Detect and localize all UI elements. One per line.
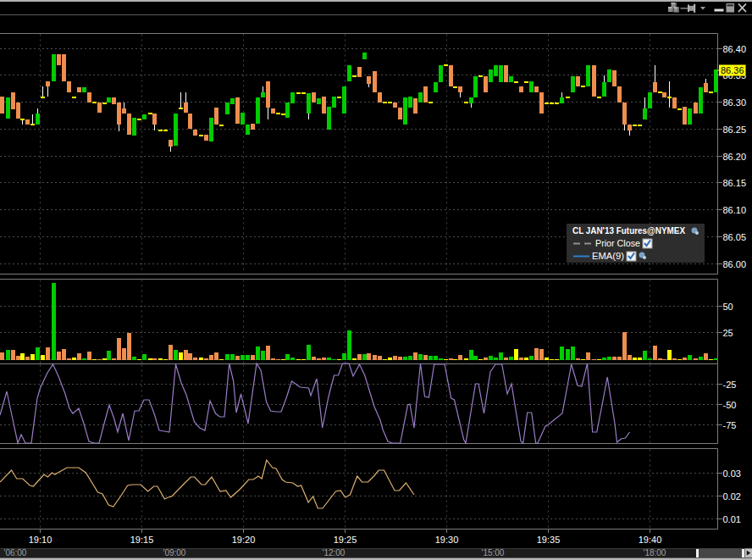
svg-text:'18:00: '18:00 — [644, 548, 666, 557]
svg-text:86.15: 86.15 — [723, 178, 747, 188]
svg-text:0.03: 0.03 — [723, 469, 741, 479]
svg-text:86.25: 86.25 — [723, 125, 747, 135]
svg-text:19:10: 19:10 — [29, 535, 53, 545]
svg-text:Prior Close: Prior Close — [595, 238, 640, 248]
svg-text:19:35: 19:35 — [537, 535, 561, 545]
svg-text:86.00: 86.00 — [723, 259, 747, 269]
svg-text:19:40: 19:40 — [639, 535, 662, 545]
svg-text:0.01: 0.01 — [723, 514, 741, 524]
svg-text:0.02: 0.02 — [723, 491, 741, 502]
svg-text:'15:00: '15:00 — [482, 548, 505, 557]
svg-text:'06:00: '06:00 — [4, 548, 27, 557]
svg-text:86.36: 86.36 — [721, 65, 744, 75]
svg-text:19:25: 19:25 — [334, 535, 357, 545]
svg-text:86.10: 86.10 — [723, 205, 747, 215]
svg-text:'12:00: '12:00 — [323, 548, 346, 557]
svg-text:'09:00: '09:00 — [163, 548, 186, 557]
svg-text:19:20: 19:20 — [232, 535, 256, 545]
svg-text:CL JAN'13 Futures@NYMEX: CL JAN'13 Futures@NYMEX — [572, 225, 686, 236]
svg-text:EMA(9): EMA(9) — [592, 251, 624, 261]
svg-text:86.20: 86.20 — [723, 152, 747, 162]
svg-text:19:15: 19:15 — [130, 535, 154, 545]
svg-text:86.30: 86.30 — [723, 97, 747, 108]
svg-text:86.05: 86.05 — [723, 232, 747, 242]
svg-text:-75: -75 — [723, 420, 737, 430]
svg-text:86.40: 86.40 — [723, 44, 747, 54]
svg-text:25: 25 — [723, 328, 733, 338]
svg-text:-25: -25 — [723, 380, 737, 390]
svg-text:-50: -50 — [723, 400, 737, 410]
svg-text:19:30: 19:30 — [435, 535, 459, 545]
svg-text:50: 50 — [723, 302, 733, 312]
